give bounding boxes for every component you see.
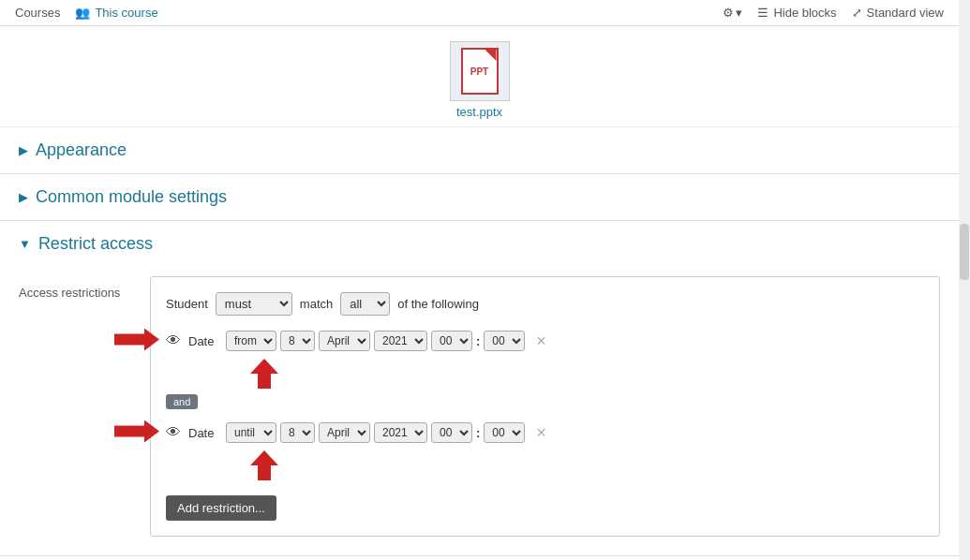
appearance-title: Appearance [36, 140, 127, 160]
course-icon: 👥 [75, 6, 90, 20]
and-badge: and [166, 394, 198, 409]
red-arrow-until [114, 420, 159, 446]
min-select-from[interactable]: 00 [484, 331, 525, 351]
svg-marker-3 [250, 450, 278, 480]
and-badge-container: and [166, 389, 924, 415]
red-arrow-from [114, 329, 159, 354]
hide-blocks-icon: ☰ [757, 6, 769, 20]
this-course-link[interactable]: 👥 This course [75, 6, 157, 20]
common-module-title: Common module settings [36, 187, 227, 207]
up-arrow-from-svg [250, 359, 278, 389]
month-select-until[interactable]: April [319, 422, 370, 443]
access-restrictions-body: Access restrictions Student must must no… [0, 267, 959, 555]
appearance-toggle-icon: ▶ [19, 143, 28, 157]
day-select-until[interactable]: 8 [280, 422, 315, 443]
match-label: match [300, 297, 333, 311]
file-icon-inner: PPT [461, 48, 499, 95]
access-box: Student must must not match all any of t… [150, 276, 940, 537]
restrict-access-header[interactable]: ▼ Restrict access [0, 221, 959, 267]
date-until-row: 👁 Date from until 8 April [166, 422, 546, 443]
year-select-from[interactable]: 2021 [374, 331, 427, 351]
date-controls-until: from until 8 April 2021 [226, 422, 525, 443]
of-label: of the following [397, 297, 479, 311]
file-icon: PPT [450, 41, 510, 101]
month-select-from[interactable]: April [319, 331, 370, 351]
course-label: This course [95, 6, 157, 20]
date-type-until: Date [188, 426, 218, 440]
time-sep-until: : [476, 426, 480, 440]
date-type-from: Date [188, 334, 218, 348]
student-match-row: Student must must not match all any of t… [166, 292, 924, 316]
svg-marker-0 [114, 329, 159, 351]
restrict-access-section: ▼ Restrict access Access restrictions St… [0, 221, 959, 556]
tags-header[interactable]: ▶ Tags [0, 556, 959, 560]
remove-until-button[interactable]: × [536, 423, 546, 443]
remove-from-button[interactable]: × [536, 332, 546, 351]
gear-dropdown-icon: ▾ [736, 6, 742, 20]
date-from-container: 👁 Date from until 8 April [166, 331, 924, 351]
year-select-until[interactable]: 2021 [374, 422, 427, 443]
up-arrow-until-svg [250, 450, 278, 480]
hide-blocks-label: Hide blocks [773, 6, 836, 20]
date-until-container: 👁 Date from until 8 April [166, 422, 924, 443]
file-name: test.pptx [450, 105, 510, 119]
tags-section: ▶ Tags [0, 556, 959, 560]
date-controls-from: from until 8 April 2021 [226, 331, 525, 351]
restrict-access-toggle-icon: ▼ [19, 237, 31, 251]
standard-view-icon: ⤢ [852, 6, 862, 20]
direction-select-from[interactable]: from until [226, 331, 276, 351]
eye-icon-from[interactable]: 👁 [166, 332, 181, 349]
direction-select-until[interactable]: from until [226, 422, 276, 443]
access-restrictions-label: Access restrictions [19, 276, 131, 300]
must-select[interactable]: must must not [216, 292, 292, 316]
common-module-header[interactable]: ▶ Common module settings [0, 174, 959, 220]
appearance-header[interactable]: ▶ Appearance [0, 127, 959, 173]
file-type-label: PPT [470, 66, 488, 77]
time-sep-from: : [476, 334, 480, 348]
hide-blocks-button[interactable]: ☰ Hide blocks [757, 6, 836, 20]
standard-view-button[interactable]: ⤢ Standard view [852, 6, 944, 20]
svg-marker-2 [114, 420, 159, 443]
day-select-from[interactable]: 8 [280, 331, 315, 351]
all-select[interactable]: all any [340, 292, 390, 316]
file-area: PPT test.pptx [0, 26, 959, 127]
svg-marker-1 [250, 359, 278, 389]
eye-icon-until[interactable]: 👁 [166, 424, 181, 441]
appearance-section: ▶ Appearance [0, 127, 959, 174]
nav-left: Courses 👥 This course [15, 6, 158, 20]
top-nav: Courses 👥 This course ⚙ ▾ ☰ Hide blocks … [0, 0, 959, 26]
add-restriction-button[interactable]: Add restriction... [166, 495, 276, 521]
common-module-toggle-icon: ▶ [19, 190, 28, 204]
gear-icon: ⚙ [723, 6, 734, 20]
up-arrow-from-annotation [250, 359, 924, 389]
hour-select-until[interactable]: 00 [431, 422, 472, 443]
standard-view-label: Standard view [867, 6, 944, 20]
gear-button[interactable]: ⚙ ▾ [723, 6, 742, 20]
min-select-until[interactable]: 00 [484, 422, 525, 443]
hour-select-from[interactable]: 00 [431, 331, 472, 351]
student-label: Student [166, 297, 208, 311]
scrollbar-track [959, 0, 970, 560]
restrict-access-title: Restrict access [38, 234, 153, 254]
common-module-section: ▶ Common module settings [0, 174, 959, 221]
file-card: PPT test.pptx [450, 41, 510, 119]
nav-right: ⚙ ▾ ☰ Hide blocks ⤢ Standard view [723, 6, 944, 20]
courses-link[interactable]: Courses [15, 6, 60, 20]
scrollbar-thumb[interactable] [960, 224, 969, 280]
up-arrow-until-annotation [250, 450, 924, 480]
date-from-row: 👁 Date from until 8 April [166, 331, 546, 351]
